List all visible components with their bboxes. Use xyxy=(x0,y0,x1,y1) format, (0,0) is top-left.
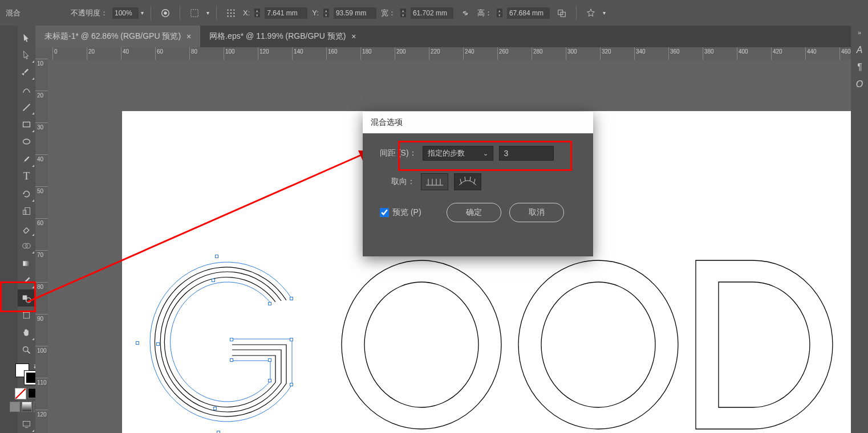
link-icon[interactable] xyxy=(458,6,473,21)
preview-checkbox[interactable]: 预览 (P) xyxy=(380,207,421,218)
cancel-button[interactable]: 取消 xyxy=(509,203,564,222)
anchor-point[interactable] xyxy=(230,338,233,341)
ok-button[interactable]: 确定 xyxy=(447,203,501,222)
document-tab[interactable]: 未标题-1* @ 62.86% (RGB/GPU 预览) × xyxy=(35,26,200,47)
anchor-point[interactable] xyxy=(290,383,293,386)
svg-point-7 xyxy=(230,12,232,13)
letter-g-shape[interactable] xyxy=(138,254,303,430)
panel-expand-icon[interactable]: » xyxy=(858,29,861,36)
anchor-point[interactable] xyxy=(268,302,271,305)
blend-options-dialog: 混合选项 间距 (S)： 指定的步数 ⌄ 取向： 预览 (P) 确定 xyxy=(363,112,593,256)
anchor-point[interactable] xyxy=(217,431,220,433)
options-bar: 混合 不透明度： ▾ ▾ X: ▴▾ Y: ▴▾ 宽： ▴▾ 高： ▴▾ ▾ xyxy=(0,0,868,26)
eraser-tool[interactable] xyxy=(18,220,35,237)
character-panel-icon[interactable]: A xyxy=(857,45,863,55)
ruler-tick: 420 xyxy=(771,47,772,60)
anchor-point[interactable] xyxy=(290,338,293,341)
zoom-tool[interactable] xyxy=(18,341,35,358)
anchor-point[interactable] xyxy=(230,358,233,362)
document-tab[interactable]: 网格.eps* @ 11.99% (RGB/GPU 预览) × xyxy=(200,26,365,47)
anchor-point[interactable] xyxy=(136,341,139,345)
pen-tool[interactable] xyxy=(18,64,35,81)
x-label: X: xyxy=(243,9,250,17)
tools-column: T ⇄ xyxy=(18,26,35,433)
ruler-tick: 80 xyxy=(35,282,48,283)
anchor-point[interactable] xyxy=(156,342,160,346)
curvature-tool[interactable] xyxy=(18,81,35,98)
shape-builder-tool[interactable] xyxy=(18,237,35,254)
selection-tool[interactable] xyxy=(18,29,35,46)
ruler-tick: 80 xyxy=(189,47,190,60)
ruler-tick: 120 xyxy=(35,410,48,410)
anchor-point[interactable] xyxy=(215,255,218,258)
close-icon[interactable]: × xyxy=(186,32,191,41)
svg-point-20 xyxy=(26,243,31,248)
letter-d-shape[interactable] xyxy=(692,258,835,431)
close-icon[interactable]: × xyxy=(351,32,356,41)
preview-checkbox-input[interactable] xyxy=(380,208,389,217)
svg-rect-15 xyxy=(23,122,30,127)
svg-point-3 xyxy=(227,9,228,10)
dropdown-caret-icon[interactable]: ▾ xyxy=(206,10,209,16)
draw-behind-icon[interactable] xyxy=(22,402,32,412)
letter-o-shape[interactable] xyxy=(516,259,681,430)
anchor-point[interactable] xyxy=(290,297,293,300)
ellipse-tool[interactable] xyxy=(18,133,35,150)
w-input[interactable] xyxy=(411,7,453,19)
dropdown-caret-icon[interactable]: ▾ xyxy=(603,10,606,16)
ruler-tick: 50 xyxy=(35,186,48,187)
ruler-tick: 360 xyxy=(668,47,669,60)
line-tool[interactable] xyxy=(18,99,35,116)
anchor-point[interactable] xyxy=(212,279,215,282)
letter-o-shape[interactable] xyxy=(339,259,504,430)
scale-tool[interactable] xyxy=(18,203,35,220)
x-input[interactable] xyxy=(265,7,307,19)
tab-label: 网格.eps* @ 11.99% (RGB/GPU 预览) xyxy=(209,31,346,42)
ruler-tick: 90 xyxy=(35,314,48,314)
blend-mode-label: 混合 xyxy=(6,8,21,18)
screen-mode-tool[interactable] xyxy=(18,415,35,432)
svg-line-41 xyxy=(465,177,465,181)
anchor-point[interactable] xyxy=(213,407,217,410)
transform-ref-icon[interactable] xyxy=(224,6,238,21)
none-color-icon[interactable] xyxy=(15,388,26,399)
shape-mode-icon[interactable] xyxy=(554,6,569,21)
type-tool[interactable]: T xyxy=(18,168,35,185)
style-circle-icon[interactable] xyxy=(158,6,173,21)
w-spinner[interactable]: ▴▾ xyxy=(400,9,406,17)
divider xyxy=(576,6,577,20)
rotate-tool[interactable] xyxy=(18,185,35,202)
ruler-tick: 340 xyxy=(634,47,635,60)
h-input[interactable] xyxy=(507,7,550,19)
ruler-tick: 10 xyxy=(35,59,48,59)
opacity-field[interactable]: ▾ xyxy=(112,7,144,19)
y-spinner[interactable]: ▴▾ xyxy=(323,9,329,17)
draw-normal-icon[interactable] xyxy=(10,402,20,412)
ruler-tick: 220 xyxy=(429,47,429,60)
divider xyxy=(151,6,151,20)
ruler-tick: 240 xyxy=(463,47,464,60)
h-spinner[interactable]: ▴▾ xyxy=(497,9,502,17)
y-input[interactable] xyxy=(334,7,376,19)
ruler-tick: 110 xyxy=(35,378,48,378)
rectangle-tool[interactable] xyxy=(18,116,35,133)
ruler-tick: 400 xyxy=(737,47,737,60)
dropdown-caret-icon[interactable]: ▾ xyxy=(141,10,144,16)
gradient-tool[interactable] xyxy=(18,255,35,272)
brush-tool[interactable] xyxy=(18,150,35,168)
opacity-input[interactable] xyxy=(112,7,139,19)
paragraph-panel-icon[interactable]: ¶ xyxy=(857,62,862,72)
orient-align-path-button[interactable] xyxy=(454,173,481,190)
ruler-tick: 300 xyxy=(566,47,566,60)
anchor-point[interactable] xyxy=(268,358,271,362)
direct-selection-tool[interactable] xyxy=(18,46,35,63)
align-icon[interactable] xyxy=(187,6,202,21)
effects-icon[interactable] xyxy=(583,6,598,21)
x-spinner[interactable]: ▴▾ xyxy=(254,9,260,17)
ruler-tick: 60 xyxy=(35,218,48,219)
orient-align-page-button[interactable] xyxy=(421,173,448,190)
opentype-panel-icon[interactable]: O xyxy=(856,79,863,89)
hand-tool[interactable] xyxy=(18,324,35,341)
anchor-point[interactable] xyxy=(268,379,271,382)
right-panel: » A ¶ O xyxy=(851,26,868,433)
